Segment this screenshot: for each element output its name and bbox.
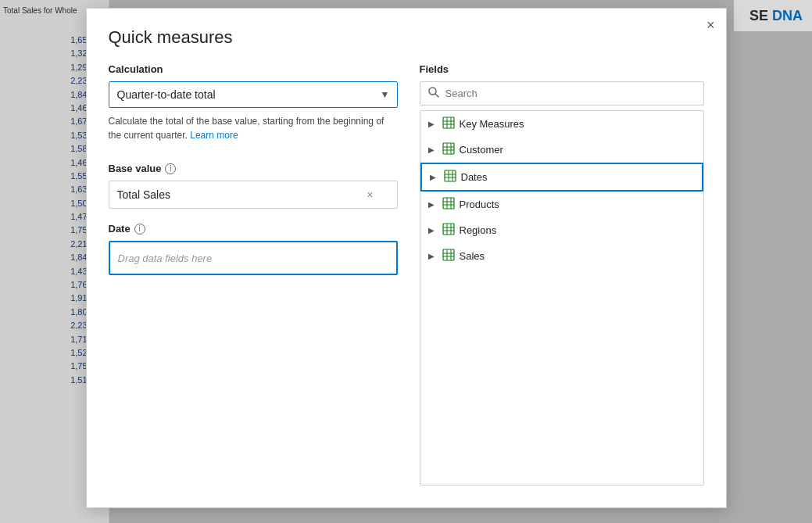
- fields-label: Fields: [420, 63, 704, 75]
- base-value-label-row: Base value i: [109, 163, 398, 174]
- svg-rect-22: [443, 224, 454, 235]
- base-value-section: Base value i Total Sales ×: [109, 163, 398, 209]
- base-value-clear-button[interactable]: ×: [367, 188, 373, 201]
- calculation-dropdown[interactable]: Quarter-to-date totalYear-to-date totalM…: [109, 81, 398, 108]
- search-icon: [428, 87, 439, 100]
- expand-icon-dates: ▶: [430, 173, 439, 181]
- search-box: [420, 81, 704, 106]
- calculation-label: Calculation: [109, 63, 398, 75]
- svg-rect-2: [443, 117, 454, 128]
- close-button[interactable]: ×: [706, 18, 715, 32]
- field-label-regions: Regions: [460, 224, 497, 236]
- modal-overlay: × Quick measures Calculation Quarter-to-…: [0, 0, 812, 523]
- svg-rect-17: [443, 198, 454, 209]
- quick-measures-modal: × Quick measures Calculation Quarter-to-…: [86, 8, 727, 508]
- learn-more-link[interactable]: Learn more: [190, 130, 238, 141]
- base-value-info-icon[interactable]: i: [165, 163, 176, 174]
- field-label-key-measures: Key Measures: [460, 118, 524, 130]
- expand-icon-customer: ▶: [428, 145, 438, 154]
- field-item-customer[interactable]: ▶ Customer: [420, 137, 703, 163]
- svg-rect-7: [443, 143, 454, 154]
- calc-description: Calculate the total of the base value, s…: [109, 114, 398, 142]
- svg-line-1: [435, 94, 438, 97]
- svg-rect-27: [443, 249, 454, 260]
- field-label-dates: Dates: [461, 171, 488, 183]
- calculation-section: Calculation Quarter-to-date totalYear-to…: [109, 63, 398, 142]
- field-item-key-measures[interactable]: ▶ Key Measures: [420, 111, 703, 137]
- base-value-field[interactable]: Total Sales ×: [109, 181, 398, 209]
- table-icon-dates: [444, 170, 456, 184]
- expand-icon-products: ▶: [428, 200, 438, 209]
- table-icon-sales: [442, 249, 455, 263]
- base-value-text: Total Sales: [117, 188, 170, 201]
- date-label-row: Date i: [109, 223, 398, 235]
- field-item-regions[interactable]: ▶ Regions: [420, 217, 703, 243]
- modal-title: Quick measures: [109, 27, 704, 48]
- table-icon-regions: [442, 223, 455, 238]
- table-icon-key-measures: [442, 116, 455, 131]
- table-icon-customer: [442, 142, 455, 157]
- field-label-customer: Customer: [460, 144, 503, 156]
- expand-icon-regions: ▶: [428, 226, 438, 235]
- svg-rect-12: [445, 170, 456, 181]
- table-icon-products: [442, 197, 455, 212]
- date-info-icon[interactable]: i: [134, 224, 145, 235]
- field-label-sales: Sales: [460, 250, 485, 262]
- expand-icon-sales: ▶: [428, 252, 438, 260]
- field-item-products[interactable]: ▶ Products: [420, 192, 703, 217]
- right-column: Fields ▶ Key Measures▶: [420, 63, 704, 485]
- date-label: Date: [109, 223, 131, 235]
- date-drag-field[interactable]: Drag data fields here: [109, 241, 398, 275]
- calculation-dropdown-wrapper: Quarter-to-date totalYear-to-date totalM…: [109, 81, 398, 108]
- fields-list: ▶ Key Measures▶ Customer▶ Dates▶ Product…: [420, 110, 704, 485]
- field-item-sales[interactable]: ▶ Sales: [420, 243, 703, 269]
- field-label-products: Products: [460, 199, 499, 210]
- modal-body: Calculation Quarter-to-date totalYear-to…: [109, 63, 704, 485]
- date-section: Date i Drag data fields here: [109, 223, 398, 275]
- left-column: Calculation Quarter-to-date totalYear-to…: [109, 63, 398, 485]
- date-placeholder: Drag data fields here: [118, 253, 213, 264]
- base-value-label: Base value: [109, 163, 162, 174]
- search-input[interactable]: [445, 88, 696, 99]
- expand-icon-key-measures: ▶: [428, 120, 438, 128]
- field-item-dates[interactable]: ▶ Dates: [420, 163, 703, 192]
